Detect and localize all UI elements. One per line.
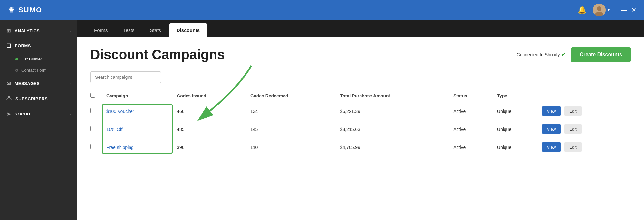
row-1-campaign-link[interactable]: $100 Voucher [106,109,134,114]
row-3-type: Unique [493,138,537,156]
table-row: Free shipping 396 110 $4,705.99 Active U… [90,138,631,156]
row-1-codes-issued: 466 [172,102,246,120]
row-1-type: Unique [493,102,537,120]
forms-icon: ☐ [6,43,11,49]
col-type: Type [493,89,537,102]
avatar [593,4,606,16]
close-button[interactable]: ✕ [631,7,636,13]
connected-checkmark: ✔ [562,52,565,57]
col-actions [537,89,631,102]
row-1-status: Active [449,102,493,120]
row-3-total-purchase: $4,705.99 [336,138,449,156]
sidebar-contact-form-label: Contact Form [21,68,47,73]
col-codes-redeemed: Codes Redeemed [246,89,336,102]
row-1-edit-button[interactable]: Edit [564,106,582,116]
sidebar-item-messages[interactable]: ✉ MESSAGES › [0,76,77,91]
sidebar-item-social[interactable]: ➤ SOCIAL › [0,106,77,122]
tab-stats[interactable]: Stats [143,23,168,37]
campaign-table-wrapper: Campaign Codes Issued Codes Redeemed Tot… [90,89,631,156]
row-1-codes-redeemed: 134 [246,102,336,120]
tab-tests[interactable]: Tests [116,23,142,37]
sidebar-subscribers-label: SUBSCRIBERS [15,96,48,101]
col-codes-issued: Codes Issued [172,89,246,102]
sidebar-item-analytics[interactable]: ⊞ ANALYTICS › [0,23,77,38]
row-2-checkbox[interactable] [90,126,95,131]
campaign-table: Campaign Codes Issued Codes Redeemed Tot… [90,89,631,156]
table-header-row: Campaign Codes Issued Codes Redeemed Tot… [90,89,631,102]
content-area: Forms Tests Stats Discounts Discount Cam… [77,20,644,220]
row-2-codes-issued: 485 [172,120,246,138]
row-2-total-purchase: $8,215.63 [336,120,449,138]
sidebar-forms-label: FORMS [15,43,31,48]
table-row: 10% Off 485 145 $8,215.63 Active Unique … [90,120,631,138]
page-content: Discount Campaigns Connected to Shopify … [77,37,644,220]
avatar-area[interactable]: ▾ [593,4,610,16]
list-builder-active-dot [15,58,18,60]
logo-crown-icon: ♛ [8,5,15,15]
social-chevron-icon: › [70,112,71,116]
social-icon: ➤ [6,111,11,117]
sidebar-analytics-label: ANALYTICS [15,28,40,33]
row-3-status: Active [449,138,493,156]
create-discounts-button[interactable]: Create Discounts [571,47,631,62]
window-controls: — ✕ [621,7,636,13]
row-2-codes-redeemed: 145 [246,120,336,138]
messages-chevron-icon: › [70,82,71,86]
row-2-view-button[interactable]: View [542,124,561,134]
row-3-codes-redeemed: 110 [246,138,336,156]
select-all-checkbox[interactable] [90,93,95,98]
sidebar-item-list-builder[interactable]: List Builder [0,53,77,65]
tab-bar: Forms Tests Stats Discounts [77,20,644,37]
row-3-view-button[interactable]: View [542,142,561,152]
minimize-button[interactable]: — [621,7,627,13]
select-all-header [90,89,102,102]
search-campaigns-input[interactable] [90,71,161,83]
top-header: ♛ SUMO 🔔 ▾ — ✕ [0,0,644,20]
sidebar-list-builder-label: List Builder [21,57,42,61]
row-3-checkbox[interactable] [90,144,95,149]
main-layout: ⊞ ANALYTICS › ☐ FORMS List Builder Conta… [0,20,644,220]
row-1-checkbox[interactable] [90,108,95,113]
analytics-icon: ⊞ [6,28,11,34]
sidebar-messages-label: MESSAGES [15,81,40,86]
header-actions: Connected to Shopify ✔ Create Discounts [517,47,631,62]
sidebar-item-subscribers[interactable]: SUBSCRIBERS [0,91,77,106]
subscribers-icon [6,96,12,102]
tab-forms[interactable]: Forms [87,23,115,37]
logo-area: ♛ SUMO [8,5,42,15]
sidebar-item-contact-form[interactable]: Contact Form [0,65,77,76]
row-2-edit-button[interactable]: Edit [564,124,582,134]
sidebar: ⊞ ANALYTICS › ☐ FORMS List Builder Conta… [0,20,77,220]
row-2-type: Unique [493,120,537,138]
sidebar-social-label: SOCIAL [15,112,32,116]
row-2-campaign-link[interactable]: 10% Off [106,127,122,132]
row-2-status: Active [449,120,493,138]
row-3-edit-button[interactable]: Edit [564,142,582,152]
search-bar [90,71,631,83]
page-header: Discount Campaigns Connected to Shopify … [90,47,631,62]
tab-discounts[interactable]: Discounts [169,23,207,37]
row-3-campaign-link[interactable]: Free shipping [106,145,134,150]
messages-icon: ✉ [6,80,11,87]
contact-form-dot [15,69,18,72]
connected-badge: Connected to Shopify ✔ [517,52,566,57]
row-3-codes-issued: 396 [172,138,246,156]
row-1-total-purchase: $6,221.39 [336,102,449,120]
row-1-view-button[interactable]: View [542,106,561,116]
header-right: 🔔 ▾ — ✕ [578,4,636,16]
col-campaign: Campaign [102,89,172,102]
col-total-purchase: Total Purchase Amount [336,89,449,102]
svg-point-1 [597,6,601,11]
page-title: Discount Campaigns [90,47,225,62]
table-row: $100 Voucher 466 134 $6,221.39 Active Un… [90,102,631,120]
analytics-chevron-icon: › [70,29,71,33]
avatar-chevron-icon: ▾ [608,8,610,12]
bell-icon[interactable]: 🔔 [578,6,586,14]
col-status: Status [449,89,493,102]
sidebar-item-forms[interactable]: ☐ FORMS [0,38,77,53]
app-name: SUMO [18,6,42,14]
